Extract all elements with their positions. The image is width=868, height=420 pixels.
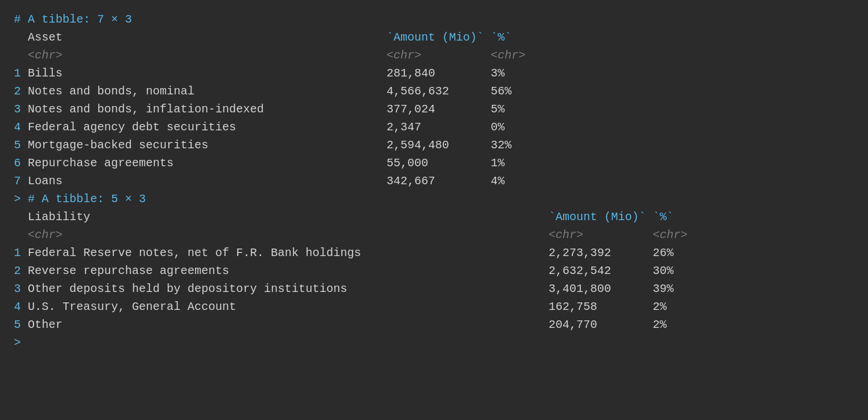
pct-value: 0% (491, 118, 505, 136)
table-row: 2Notes and bonds, nominal4,566,63256% (14, 82, 854, 100)
col-amount-type: <chr> (387, 46, 491, 64)
table-row: 1Federal Reserve notes, net of F.R. Bank… (14, 244, 854, 262)
pct-value: 2% (653, 298, 667, 316)
prompt-symbol: > (14, 190, 28, 208)
col-asset-type: <chr> (28, 46, 387, 64)
table-row: 1Bills281,8403% (14, 64, 854, 82)
amount-value: 2,273,392 (549, 244, 653, 262)
row-number: 3 (14, 100, 28, 118)
pct-value: 32% (491, 136, 512, 154)
asset-name: Federal agency debt securities (28, 118, 387, 136)
liability-name: Federal Reserve notes, net of F.R. Bank … (28, 244, 549, 262)
tibble1-col-types: <chr> <chr> <chr> (14, 46, 854, 64)
col-amount2-type: <chr> (549, 226, 653, 244)
table-row: 7Loans342,6674% (14, 172, 854, 190)
liability-name: Other deposits held by depository instit… (28, 280, 549, 298)
pct-value: 2% (653, 316, 667, 334)
pct-value: 4% (491, 172, 505, 190)
amount-value: 4,566,632 (387, 82, 491, 100)
amount-value: 377,024 (387, 100, 491, 118)
amount-value: 162,758 (549, 298, 653, 316)
row-number: 5 (14, 136, 28, 154)
row-number: 7 (14, 172, 28, 190)
table-row: 4U.S. Treasury, General Account162,7582% (14, 298, 854, 316)
tibble2-col-headers: Liability `Amount (Mio)` `%` (14, 208, 854, 226)
amount-value: 2,347 (387, 118, 491, 136)
tibble1-col-headers: Asset `Amount (Mio)` `%` (14, 28, 854, 46)
tibble1-header: # A tibble: 7 × 3 (14, 10, 854, 28)
tibble1-rows: 1Bills281,8403%2Notes and bonds, nominal… (14, 64, 854, 190)
table-row: 5Mortgage-backed securities2,594,48032% (14, 136, 854, 154)
console-output: # A tibble: 7 × 3 Asset `Amount (Mio)` `… (14, 10, 854, 352)
asset-name: Mortgage-backed securities (28, 136, 387, 154)
col-pct2-type: <chr> (653, 226, 687, 244)
col-liability-type: <chr> (28, 226, 549, 244)
table-row: 2Reverse repurchase agreements2,632,5423… (14, 262, 854, 280)
liability-name: Reverse repurchase agreements (28, 262, 549, 280)
asset-name: Repurchase agreements (28, 154, 387, 172)
asset-name: Notes and bonds, inflation-indexed (28, 100, 387, 118)
liability-name: Other (28, 316, 549, 334)
pct-value: 30% (653, 262, 674, 280)
pct-value: 39% (653, 280, 674, 298)
asset-name: Notes and bonds, nominal (28, 82, 387, 100)
amount-value: 342,667 (387, 172, 491, 190)
asset-name: Bills (28, 64, 387, 82)
final-prompt-line[interactable]: > (14, 334, 854, 352)
row-number: 5 (14, 316, 28, 334)
table-row: 5Other204,7702% (14, 316, 854, 334)
asset-name: Loans (28, 172, 387, 190)
amount-value: 55,000 (387, 154, 491, 172)
amount-value: 3,401,800 (549, 280, 653, 298)
tibble2-header-text: # A tibble: 5 × 3 (28, 190, 146, 208)
col-liability-header: Liability (28, 208, 549, 226)
pct-value: 26% (653, 244, 674, 262)
col-asset-header: Asset (28, 28, 387, 46)
row-number: 4 (14, 298, 28, 316)
pct-value: 56% (491, 82, 512, 100)
row-number: 2 (14, 262, 28, 280)
final-prompt-symbol: > (14, 334, 21, 352)
amount-value: 2,632,542 (549, 262, 653, 280)
tibble2-rows: 1Federal Reserve notes, net of F.R. Bank… (14, 244, 854, 334)
col-amount2-header: `Amount (Mio)` (549, 208, 653, 226)
row-number: 2 (14, 82, 28, 100)
amount-value: 281,840 (387, 64, 491, 82)
tibble1-header-text: # A tibble: 7 × 3 (14, 10, 132, 28)
pct-value: 5% (491, 100, 505, 118)
col-pct-type: <chr> (491, 46, 525, 64)
row-number: 3 (14, 280, 28, 298)
row-number: 1 (14, 64, 28, 82)
row-number: 6 (14, 154, 28, 172)
pct-value: 1% (491, 154, 505, 172)
table-row: 6Repurchase agreements55,0001% (14, 154, 854, 172)
row-number: 4 (14, 118, 28, 136)
table-row: 3Notes and bonds, inflation-indexed377,0… (14, 100, 854, 118)
amount-value: 204,770 (549, 316, 653, 334)
pct-value: 3% (491, 64, 505, 82)
table-row: 3Other deposits held by depository insti… (14, 280, 854, 298)
col-pct-header: `%` (491, 28, 512, 46)
tibble2-prompt-line: > # A tibble: 5 × 3 (14, 190, 854, 208)
amount-value: 2,594,480 (387, 136, 491, 154)
col-pct2-header: `%` (653, 208, 674, 226)
row-number: 1 (14, 244, 28, 262)
table-row: 4Federal agency debt securities2,3470% (14, 118, 854, 136)
col-amount-header: `Amount (Mio)` (387, 28, 491, 46)
tibble2-col-types: <chr> <chr> <chr> (14, 226, 854, 244)
liability-name: U.S. Treasury, General Account (28, 298, 549, 316)
